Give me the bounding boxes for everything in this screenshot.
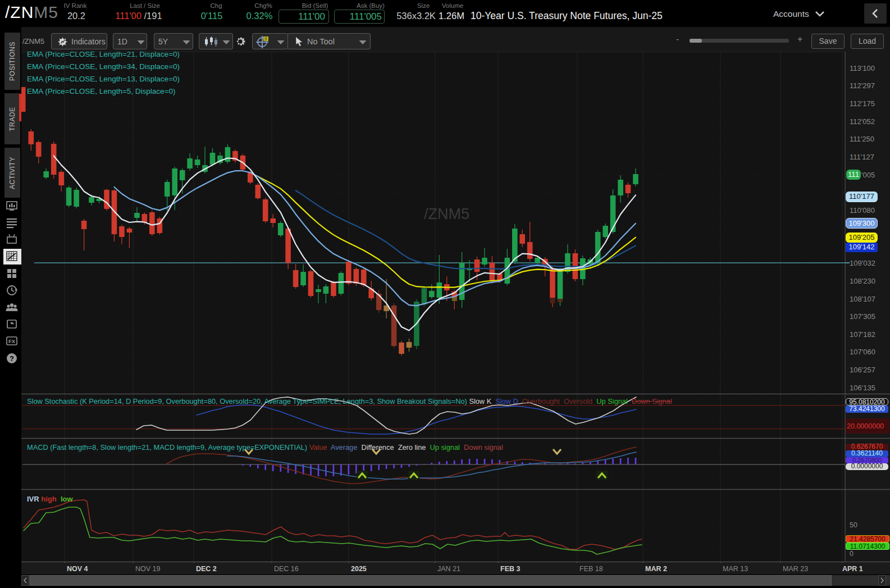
svg-text:?: ?	[10, 354, 14, 363]
svg-text:FX: FX	[8, 338, 16, 344]
svg-text:/ZNM5: /ZNM5	[424, 206, 469, 222]
